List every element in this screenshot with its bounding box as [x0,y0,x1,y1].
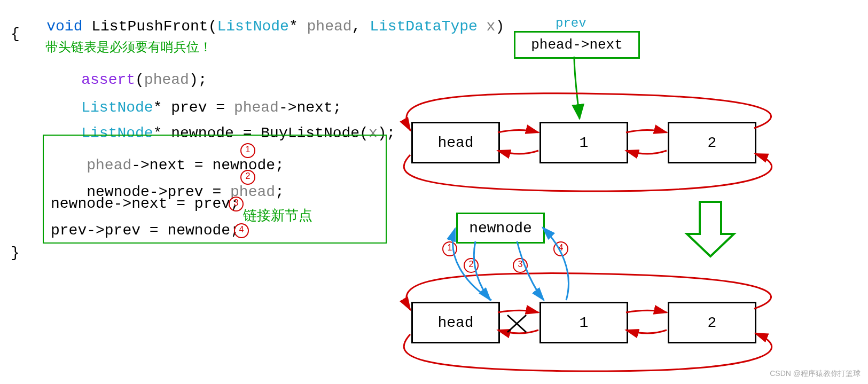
step-marker-3: 3 [229,197,244,211]
list2-node1: 1 [539,302,628,343]
step-marker-4: 4 [234,223,249,238]
step-marker-2: 2 [240,170,255,185]
arrow-marker-3: 3 [513,258,528,273]
arrow-marker-4: 4 [553,241,568,256]
list1-node1: 1 [539,122,628,163]
svg-line-1 [507,315,526,332]
svg-line-0 [507,315,526,332]
watermark: CSDN @程序猿教你打篮球 [770,369,861,379]
arrow-marker-2: 2 [464,258,479,273]
brace-open: { [11,27,20,42]
prev-label: prev [556,16,587,30]
step-marker-1: 1 [240,143,255,158]
list2-node2: 2 [668,302,756,343]
brace-close: } [11,246,20,261]
newnode-box: newnode [456,213,545,244]
comment-sentinel: 带头链表是必须要有哨兵位！ [45,42,212,54]
steps-box [43,135,387,244]
canvas: void ListPushFront(ListNode* phead, List… [0,0,868,384]
list2-head: head [411,302,500,343]
list1-node2: 2 [668,122,756,163]
pheadnext-box: phead->next [514,31,640,59]
list1-head: head [411,122,500,163]
arrow-marker-1: 1 [442,241,457,256]
